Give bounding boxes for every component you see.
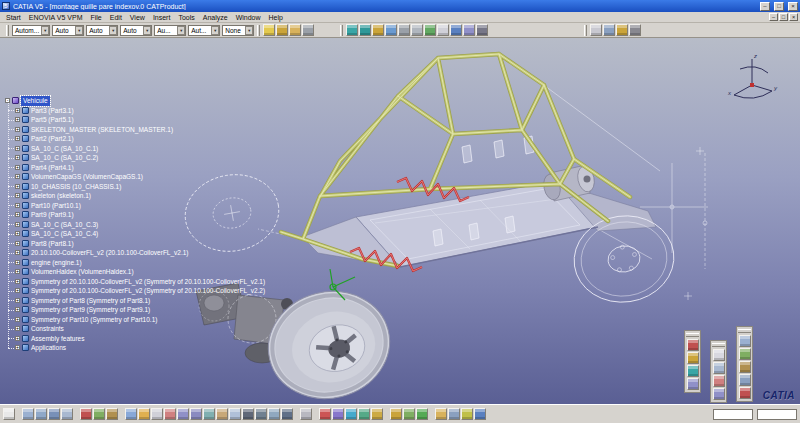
pan-icon[interactable]: [713, 362, 725, 374]
auto-combo[interactable]: None ▼: [222, 25, 254, 36]
close-button[interactable]: ×: [788, 2, 798, 11]
normal-view-icon[interactable]: [203, 408, 215, 420]
tree-item[interactable]: + Part10 (Part10.1): [15, 201, 265, 211]
hide-show-icon[interactable]: [35, 408, 47, 420]
tree-item-label[interactable]: Part2 (Part2.1): [31, 134, 74, 144]
maximize-button[interactable]: □: [774, 2, 784, 11]
tree-item-label[interactable]: 10_CHASSIS (10_CHASSIS.1): [31, 182, 121, 192]
tree-item-label[interactable]: Symmetry of Part10 (Symmetry of Part10.1…: [31, 315, 157, 325]
constraints-icon[interactable]: [461, 408, 473, 420]
expander-icon[interactable]: +: [15, 117, 20, 122]
menu-item[interactable]: Tools: [174, 14, 198, 21]
auto-combo[interactable]: Aut... ▼: [188, 25, 220, 36]
expander-icon[interactable]: +: [15, 222, 20, 227]
properties-icon[interactable]: [300, 408, 312, 420]
tree-item-label[interactable]: Part5 (Part5.1): [31, 115, 74, 125]
tree-item-label[interactable]: Part3 (Part3.1): [31, 106, 74, 116]
auto-combo[interactable]: Auto ▼: [86, 25, 118, 36]
view-compass[interactable]: z x y: [727, 53, 778, 98]
tree-item[interactable]: + SA_10_C (SA_10_C.3): [15, 220, 265, 230]
menu-item[interactable]: Window: [232, 14, 265, 21]
tree-root[interactable]: - Vehicule: [5, 96, 265, 106]
chevron-down-icon[interactable]: ▼: [245, 26, 253, 35]
measure-icon[interactable]: [687, 365, 699, 377]
expander-icon[interactable]: +: [15, 165, 20, 170]
tree-item-label[interactable]: Symmetry of Part8 (Symmetry of Part8.1): [31, 296, 150, 306]
swap-space-icon[interactable]: [48, 408, 60, 420]
rotate-icon[interactable]: [164, 408, 176, 420]
tree-item[interactable]: + Part8 (Part8.1): [15, 239, 265, 249]
expander-icon[interactable]: +: [15, 193, 20, 198]
catalog-folder-icon[interactable]: [289, 24, 301, 36]
fit-all-icon[interactable]: [138, 408, 150, 420]
tree-item[interactable]: + Symmetry of Part10 (Symmetry of Part10…: [15, 315, 265, 325]
update-icon[interactable]: [687, 339, 699, 351]
menu-item[interactable]: View: [126, 14, 149, 21]
shading-icon[interactable]: [242, 408, 254, 420]
render-style-icon[interactable]: [411, 24, 423, 36]
tree-item[interactable]: + Part4 (Part4.1): [15, 163, 265, 173]
minimize-button[interactable]: –: [760, 2, 770, 11]
manipulate-icon[interactable]: [93, 408, 105, 420]
formula-icon[interactable]: [390, 408, 402, 420]
expander-icon[interactable]: +: [15, 336, 20, 341]
structure-icon[interactable]: [448, 408, 460, 420]
mass-properties-icon[interactable]: [372, 24, 384, 36]
tree-item[interactable]: + Part2 (Part2.1): [15, 134, 265, 144]
tree-item-label[interactable]: Part9 (Part9.1): [31, 210, 74, 220]
formula-icon[interactable]: [276, 24, 288, 36]
chevron-down-icon[interactable]: ▼: [177, 26, 185, 35]
chevron-down-icon[interactable]: ▼: [109, 26, 117, 35]
tree-item[interactable]: + Part9 (Part9.1): [15, 210, 265, 220]
tree-icon[interactable]: [739, 335, 751, 347]
filter-icon[interactable]: [739, 361, 751, 373]
tree-item[interactable]: + SA_10_C (SA_10_C.2): [15, 153, 265, 163]
menu-item[interactable]: Edit: [106, 14, 126, 21]
camera-icon[interactable]: [450, 24, 462, 36]
expander-icon[interactable]: +: [15, 231, 20, 236]
wireframe-icon[interactable]: [268, 408, 280, 420]
measure-between-icon[interactable]: [346, 24, 358, 36]
menu-item[interactable]: Insert: [149, 14, 175, 21]
chevron-down-icon[interactable]: ▼: [75, 26, 83, 35]
tree-item-label[interactable]: Part8 (Part8.1): [31, 239, 74, 249]
multi-view-icon[interactable]: [216, 408, 228, 420]
fly-mode-icon[interactable]: [125, 408, 137, 420]
shading-edges-icon[interactable]: [255, 408, 267, 420]
expander-icon[interactable]: +: [15, 307, 20, 312]
grid-icon[interactable]: [385, 24, 397, 36]
tree-item[interactable]: + SKELETON_MASTER (SKELETON_MASTER.1): [15, 125, 265, 135]
expander-icon[interactable]: +: [15, 174, 20, 179]
expander-icon[interactable]: +: [15, 136, 20, 141]
tree-item[interactable]: + Constraints: [15, 324, 265, 334]
tree-item-label[interactable]: SA_10_C (SA_10_C.3): [31, 220, 98, 230]
tree-item-label[interactable]: Symmetry of Part9 (Symmetry of Part9.1): [31, 305, 150, 315]
publish-icon[interactable]: [358, 408, 370, 420]
chevron-down-icon[interactable]: ▼: [41, 26, 49, 35]
tree-item[interactable]: + Part3 (Part3.1): [15, 106, 265, 116]
expander-icon[interactable]: +: [15, 250, 20, 255]
power-copy-icon[interactable]: [590, 24, 602, 36]
hide-show-space-icon[interactable]: [281, 408, 293, 420]
tree-item[interactable]: + Symmetry of Part8 (Symmetry of Part8.1…: [15, 296, 265, 306]
expander-icon[interactable]: +: [15, 212, 20, 217]
menu-item[interactable]: ENOVIA V5 VPM: [25, 14, 87, 21]
tree-item[interactable]: + Assembly features: [15, 334, 265, 344]
expander-icon[interactable]: +: [15, 203, 20, 208]
pan-icon[interactable]: [151, 408, 163, 420]
zoom-out-icon[interactable]: [190, 408, 202, 420]
auto-combo[interactable]: Autom... ▼: [12, 25, 50, 36]
help-icon[interactable]: [629, 24, 641, 36]
chevron-down-icon[interactable]: ▼: [143, 26, 151, 35]
select-arrow-icon[interactable]: [3, 408, 15, 420]
tree-item-label[interactable]: Part10 (Part10.1): [31, 201, 81, 211]
expander-icon[interactable]: +: [15, 127, 20, 132]
tree-item[interactable]: + 10_CHASSIS (10_CHASSIS.1): [15, 182, 265, 192]
filter-icon[interactable]: [302, 24, 314, 36]
fix-icon[interactable]: [474, 408, 486, 420]
tree-item-label[interactable]: Symmetry of 20.10.100-CoiloverFL_v2 (Sym…: [31, 286, 265, 296]
tree-item-label[interactable]: SA_10_C (SA_10_C.2): [31, 153, 98, 163]
tree-item[interactable]: + SA_10_C (SA_10_C.1): [15, 144, 265, 154]
tree-item-label[interactable]: VolumenCapaGS (VolumenCapaGS.1): [31, 172, 143, 182]
doc-close-button[interactable]: ×: [789, 13, 798, 21]
